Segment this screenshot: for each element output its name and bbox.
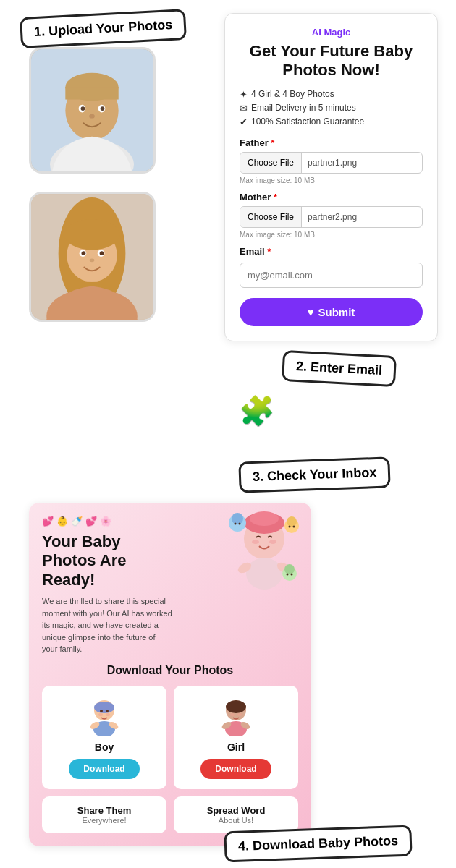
share-item: Share Them Everywhere!	[42, 796, 166, 833]
svg-point-9	[101, 106, 105, 111]
check-icon: ✔	[240, 116, 248, 127]
upload-card: AI Magic Get Your Future Baby Photos Now…	[224, 13, 438, 341]
feature-item-3: ✔ 100% Satisfaction Guarantee	[240, 116, 423, 127]
svg-point-52	[226, 700, 246, 713]
heart-icon: ♥	[308, 306, 314, 318]
svg-point-40	[287, 574, 289, 576]
baby-float-illustration	[224, 510, 304, 600]
boy-download-button[interactable]: Download	[69, 759, 139, 779]
svg-point-54	[237, 710, 240, 712]
svg-point-43	[94, 702, 114, 713]
step-2-label: 2. Enter Email	[282, 350, 397, 387]
svg-point-26	[269, 540, 276, 544]
svg-point-16	[64, 219, 119, 250]
female-photo	[29, 192, 156, 322]
share-grid: Share Them Everywhere! Spread Word About…	[42, 796, 298, 833]
mother-label: Mother *	[240, 192, 423, 203]
share-title: Share Them	[51, 805, 158, 816]
email-label: Email *	[240, 246, 423, 257]
feature-item-1: ✦ 4 Girl & 4 Boy Photos	[240, 89, 423, 100]
svg-point-44	[100, 710, 103, 712]
boy-download-item: Boy Download	[42, 686, 166, 789]
email-card-body: We are thrilled to share this special mo…	[42, 595, 172, 655]
svg-point-27	[246, 558, 282, 590]
mother-file-input: Choose File partner2.png	[240, 206, 423, 228]
father-choose-file-button[interactable]: Choose File	[240, 153, 302, 173]
submit-button[interactable]: ♥ Submit	[240, 298, 423, 326]
svg-rect-5	[65, 87, 118, 99]
father-required: *	[271, 137, 274, 148]
girl-boy-icon: ✦	[240, 89, 248, 100]
svg-point-45	[106, 710, 109, 712]
download-grid: Boy Download Girl Downlo	[42, 686, 298, 789]
svg-point-41	[291, 574, 293, 576]
spread-item: Spread Word About Us!	[174, 796, 298, 833]
email-icon: ✉	[240, 103, 248, 114]
girl-baby-icon	[216, 696, 256, 736]
features-list: ✦ 4 Girl & 4 Boy Photos ✉ Email Delivery…	[240, 89, 423, 127]
email-preview-card: 💕 👶 🍼 💕 🌸 Your Baby Photos Are Ready! We…	[29, 503, 311, 846]
spread-title: Spread Word	[182, 805, 290, 816]
email-card-title: Your Baby Photos Are Ready!	[42, 532, 172, 590]
step-1-label: 1. Upload Your Photos	[20, 9, 187, 48]
father-file-name: partner1.png	[302, 153, 422, 173]
svg-point-25	[252, 540, 259, 544]
svg-point-47	[106, 713, 110, 716]
mother-required: *	[274, 192, 277, 203]
share-subtitle: Everywhere!	[51, 816, 158, 825]
svg-point-24	[250, 511, 279, 526]
mother-max-size: Max image size: 10 MB	[240, 231, 423, 239]
svg-point-8	[81, 106, 85, 111]
svg-point-32	[235, 523, 237, 525]
svg-point-53	[232, 710, 235, 712]
svg-point-46	[98, 713, 103, 716]
step-3-label: 3. Check Your Inbox	[238, 456, 391, 493]
svg-point-55	[230, 713, 235, 716]
svg-point-37	[293, 526, 295, 528]
spread-subtitle: About Us!	[182, 816, 290, 825]
email-input[interactable]	[240, 263, 423, 288]
mother-choose-file-button[interactable]: Choose File	[240, 207, 302, 227]
boy-baby-icon	[85, 696, 124, 736]
girl-download-item: Girl Download	[174, 686, 298, 789]
girl-label: Girl	[181, 741, 291, 753]
download-section-title: Download Your Photos	[42, 664, 298, 677]
svg-point-39	[284, 564, 295, 574]
puzzle-icon: 🧩	[239, 394, 275, 428]
svg-point-20	[100, 251, 104, 255]
svg-point-21	[90, 258, 95, 262]
svg-point-56	[237, 713, 242, 716]
father-file-input: Choose File partner1.png	[240, 152, 423, 174]
svg-point-10	[89, 114, 95, 119]
card-title: Get Your Future Baby Photos Now!	[240, 42, 423, 80]
father-label: Father *	[240, 137, 423, 148]
male-photo	[29, 47, 156, 174]
boy-label: Boy	[49, 741, 159, 753]
father-max-size: Max image size: 10 MB	[240, 176, 423, 184]
mother-file-name: partner2.png	[302, 207, 422, 227]
step-4-label: 4. Download Baby Photos	[224, 825, 412, 862]
svg-point-19	[82, 251, 86, 255]
svg-point-36	[289, 526, 291, 528]
email-required: *	[267, 246, 271, 257]
ai-magic-label: AI Magic	[240, 27, 423, 38]
feature-item-2: ✉ Email Delivery in 5 minutes	[240, 103, 423, 114]
girl-download-button[interactable]: Download	[200, 759, 271, 779]
svg-point-35	[287, 516, 297, 527]
svg-point-33	[239, 523, 241, 525]
svg-point-31	[232, 513, 243, 524]
